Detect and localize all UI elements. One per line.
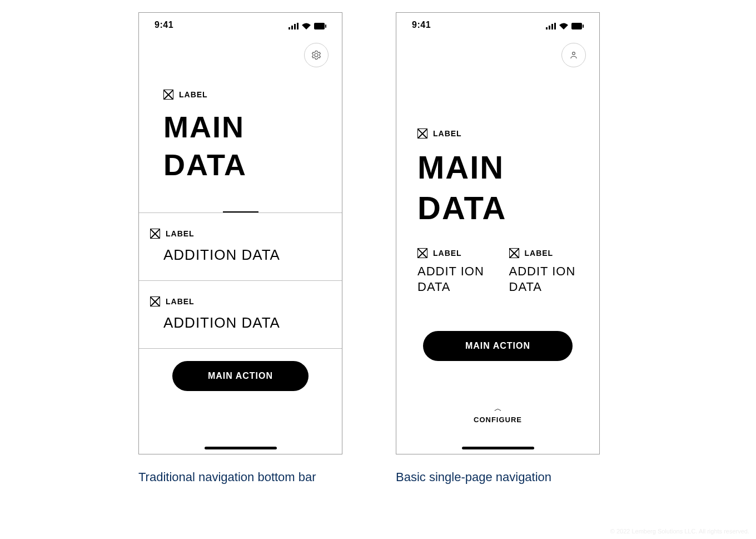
chevron-up-icon: ︿ [494, 404, 502, 412]
main-action-button[interactable]: MAIN ACTION [423, 331, 573, 361]
bottom-bar: MAIN ACTION [139, 348, 342, 391]
svg-rect-0 [289, 27, 290, 29]
gear-icon [311, 50, 321, 60]
topbar [396, 37, 599, 73]
wifi-icon [302, 22, 311, 28]
svg-rect-11 [583, 24, 584, 28]
svg-rect-8 [551, 24, 553, 29]
caption-right: Basic single-page navigation [396, 470, 551, 484]
main-action-button[interactable]: MAIN ACTION [172, 361, 309, 391]
action-wrap: MAIN ACTION [417, 331, 578, 361]
addition-card-1-label: LABEL [166, 229, 195, 238]
status-time: 9:41 [155, 20, 173, 30]
phone-traditional-nav: 9:41 LABEL [138, 12, 342, 454]
addition-card-2: LABEL ADDITION DATA [139, 280, 342, 348]
cellular-signal-icon [546, 22, 556, 28]
svg-rect-5 [325, 24, 326, 28]
addition-card-2-label-row: LABEL [150, 296, 331, 306]
status-bar: 9:41 [396, 13, 599, 37]
configure-label: CONFIGURE [417, 416, 578, 424]
battery-icon [314, 22, 326, 28]
addition-card-2-label: LABEL [166, 297, 195, 306]
addition-card-2-title: ADDITION DATA [150, 314, 331, 332]
cellular-signal-icon [289, 22, 299, 28]
addition-card-1: LABEL ADDITION DATA [139, 212, 342, 280]
addition-columns: LABEL ADDIT ION DATA LABEL ADDIT ION DAT… [417, 248, 578, 294]
addition-col-1-label: LABEL [433, 249, 462, 258]
main-section-label: LABEL [433, 129, 462, 138]
main-section: LABEL MAIN DATA [139, 73, 342, 212]
svg-rect-4 [314, 23, 325, 29]
main-section-label-row: LABEL [163, 90, 317, 100]
addition-col-2-label: LABEL [525, 249, 554, 258]
main-section-label-row: LABEL [417, 128, 578, 139]
main-section-title: MAIN DATA [163, 108, 317, 184]
status-bar: 9:41 [139, 13, 342, 37]
main-section: LABEL MAIN DATA LABEL ADDIT ION DATA LAB… [396, 73, 599, 424]
status-time: 9:41 [412, 20, 431, 30]
home-indicator[interactable] [462, 447, 534, 449]
home-indicator[interactable] [205, 447, 277, 449]
addition-col-1-title: ADDIT ION DATA [417, 264, 487, 294]
svg-rect-2 [294, 24, 296, 29]
profile-button[interactable] [561, 43, 586, 67]
settings-button[interactable] [304, 43, 329, 67]
addition-col-1: LABEL ADDIT ION DATA [417, 248, 487, 294]
addition-col-2: LABEL ADDIT ION DATA [509, 248, 579, 294]
placeholder-icon [509, 248, 519, 258]
main-section-title: MAIN DATA [417, 147, 578, 228]
footer-copyright: © 2022 Lemberg Solutions LLC. All rights… [610, 528, 749, 535]
canvas: 9:41 LABEL [0, 0, 756, 539]
addition-col-2-label-row: LABEL [509, 248, 579, 258]
placeholder-icon [150, 296, 160, 306]
phone-single-page-nav: 9:41 [396, 12, 600, 454]
addition-col-1-label-row: LABEL [417, 248, 487, 258]
topbar [139, 37, 342, 73]
svg-point-12 [573, 52, 575, 55]
svg-rect-3 [297, 23, 299, 29]
configure-control[interactable]: ︿ CONFIGURE [417, 403, 578, 424]
addition-col-2-title: ADDIT ION DATA [509, 264, 579, 294]
wifi-icon [559, 22, 568, 28]
placeholder-icon [163, 90, 173, 100]
battery-icon [571, 22, 584, 28]
placeholder-icon [417, 128, 427, 139]
person-icon [569, 50, 579, 60]
status-icons [289, 22, 326, 28]
svg-rect-1 [291, 26, 293, 29]
svg-rect-7 [549, 26, 550, 29]
svg-rect-6 [546, 27, 548, 29]
caption-left: Traditional navigation bottom bar [138, 470, 316, 484]
addition-card-1-label-row: LABEL [150, 229, 331, 239]
main-section-label: LABEL [179, 90, 208, 99]
addition-card-1-title: ADDITION DATA [150, 246, 331, 264]
placeholder-icon [150, 229, 160, 239]
status-icons [546, 22, 584, 28]
svg-rect-9 [554, 23, 556, 29]
placeholder-icon [417, 248, 427, 258]
svg-rect-10 [571, 23, 582, 29]
